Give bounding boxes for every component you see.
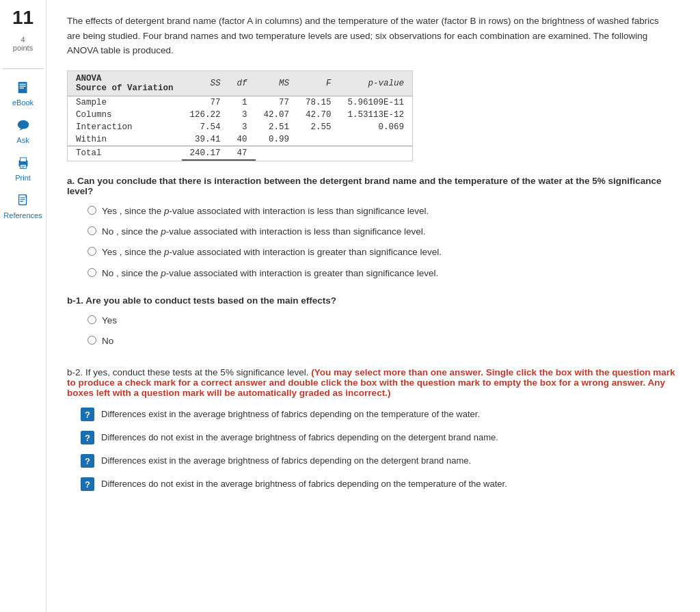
anova-header-pvalue: p-value [340,71,413,96]
anova-df-within: 40 [229,133,256,146]
option-a2[interactable]: No , since the p-value associated with i… [88,225,679,239]
option-a4[interactable]: No , since the p-value associated with i… [88,267,679,280]
part-a-section: a. Can you conclude that there is intera… [67,176,679,280]
radio-a1[interactable] [88,206,96,215]
radio-a3[interactable] [88,247,96,256]
sidebar-divider [3,68,44,69]
svg-rect-1 [19,84,25,85]
sidebar-item-references[interactable]: References [0,187,46,225]
ask-label: Ask [16,136,29,144]
anova-header-ms: MS [256,71,298,96]
anova-header-df: df [229,71,256,96]
checkbox-item-4: ? Differences do not exist in the averag… [81,477,679,491]
anova-df-total: 47 [229,146,256,160]
part-a-label: a. Can you conclude that there is intera… [67,176,679,196]
checkbox-b2-3[interactable]: ? [81,454,94,468]
checkbox-b2-2-text: Differences do not exist in the average … [101,431,498,444]
radio-b1-no[interactable] [88,336,96,345]
anova-header-source: ANOVASource of Variation [68,71,182,96]
part-b2-instruction: b-2. If yes, conduct these tests at the … [67,367,679,398]
anova-row-columns: Columns 126.22 3 42.07 42.70 1.53113E-12 [68,109,412,121]
svg-rect-15 [20,201,23,202]
part-b2-label: b-2. [67,367,83,377]
option-a1[interactable]: Yes , since the p-value associated with … [88,204,679,218]
svg-rect-13 [20,198,25,198]
book-icon [15,80,31,96]
option-b1-yes-text: Yes [102,314,117,328]
checkbox-item-1: ? Differences exist in the average brigh… [81,408,679,421]
anova-header-ss: SS [182,71,229,96]
option-b1-no-text: No [102,334,113,348]
anova-pvalue-interaction: 0.069 [340,121,413,133]
part-b2-bold-instruction: (You may select more than one answer. Si… [67,367,675,398]
checkbox-b2-1[interactable]: ? [81,408,94,421]
checkbox-b2-3-text: Differences exist in the average brightn… [101,454,471,468]
anova-header-f: F [297,71,340,96]
radio-a4[interactable] [88,268,96,277]
checkbox-b2-1-text: Differences exist in the average brightn… [101,408,480,421]
anova-f-within [297,133,340,146]
anova-source-sample: Sample [68,96,182,109]
anova-ss-total: 240.17 [182,146,229,160]
part-a-options: Yes , since the p-value associated with … [88,204,679,280]
checkbox-item-2: ? Differences do not exist in the averag… [81,431,679,444]
anova-f-interaction: 2.55 [297,121,340,133]
anova-table: ANOVASource of Variation SS df MS F p-va… [67,70,413,161]
anova-ms-total [256,146,298,160]
print-icon [15,155,31,172]
sidebar-item-print[interactable]: Print [0,150,46,187]
svg-rect-0 [18,82,27,93]
radio-a2[interactable] [88,226,96,235]
checkbox-b2-2[interactable]: ? [81,431,94,444]
checkbox-b2-4-text: Differences do not exist in the average … [101,477,507,491]
radio-b1-yes[interactable] [88,315,96,324]
svg-rect-2 [19,85,25,86]
sidebar-item-ask[interactable]: Ask [0,112,46,150]
anova-ss-sample: 77 [182,96,229,109]
anova-ms-within: 0.99 [256,133,298,146]
anova-pvalue-sample: 5.96109E-11 [340,96,413,109]
anova-f-columns: 42.70 [297,109,340,121]
anova-ms-sample: 77 [256,96,298,109]
option-b1-yes[interactable]: Yes [88,314,679,328]
checkbox-b2-4[interactable]: ? [81,477,94,491]
checkbox-item-3: ? Differences exist in the average brigh… [81,454,679,468]
references-label: References [3,211,42,219]
anova-source-columns: Columns [68,109,182,121]
svg-rect-11 [21,168,24,168]
anova-header-row: ANOVASource of Variation SS df MS F p-va… [68,71,412,96]
anova-pvalue-total [340,146,413,160]
anova-source-total: Total [68,146,182,160]
anova-ms-interaction: 2.51 [256,121,298,133]
anova-df-interaction: 3 [229,121,256,133]
document-icon [15,193,31,209]
option-a4-text: No , since the p-value associated with i… [102,267,438,280]
anova-pvalue-columns: 1.53113E-12 [340,109,413,121]
anova-source-within: Within [68,133,182,146]
part-b1-options: Yes No [88,314,679,349]
part-b2-section: b-2. If yes, conduct these tests at the … [67,367,679,491]
anova-df-sample: 1 [229,96,256,109]
part-b2-options: ? Differences exist in the average brigh… [81,408,679,491]
anova-row-within: Within 39.41 40 0.99 [68,133,412,146]
option-a3[interactable]: Yes , since the p-value associated with … [88,245,679,259]
option-a1-text: Yes , since the p-value associated with … [102,204,429,218]
anova-ss-within: 39.41 [182,133,229,146]
points-label: 4points [13,36,33,52]
print-label: Print [15,174,31,182]
question-number: 11 [12,7,33,29]
chat-icon [15,118,31,134]
part-b1-section: b-1. Are you able to conduct tests based… [67,295,679,349]
anova-df-columns: 3 [229,109,256,121]
anova-row-interaction: Interaction 7.54 3 2.51 2.55 0.069 [68,121,412,133]
option-b1-no[interactable]: No [88,334,679,348]
sidebar-item-ebook[interactable]: eBook [0,75,46,112]
svg-point-6 [18,121,28,129]
anova-row-total: Total 240.17 47 [68,146,412,160]
svg-rect-14 [20,199,25,200]
anova-ss-columns: 126.22 [182,109,229,121]
option-a2-text: No , since the p-value associated with i… [102,225,426,239]
anova-ms-columns: 42.07 [256,109,298,121]
intro-text: The effects of detergent brand name (fac… [67,14,662,58]
part-b1-label: b-1. Are you able to conduct tests based… [67,295,679,306]
